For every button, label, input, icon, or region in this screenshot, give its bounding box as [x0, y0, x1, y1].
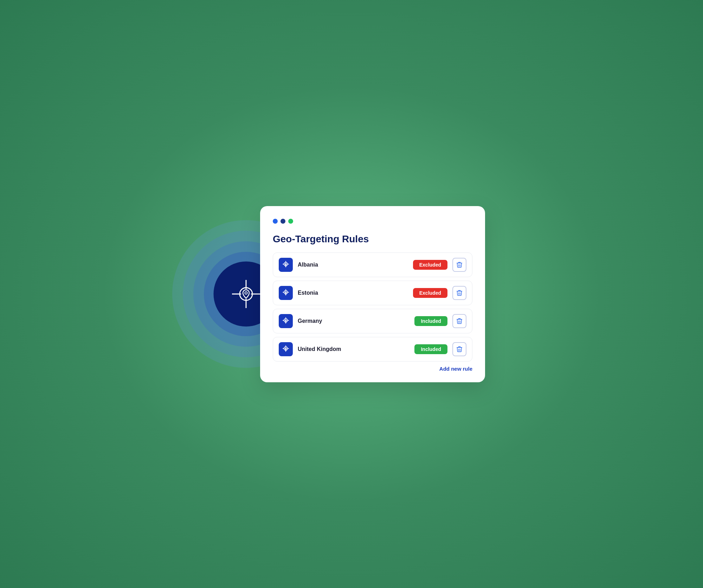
window-controls — [273, 219, 472, 224]
status-badge-estonia: Excluded — [413, 288, 447, 298]
country-icon-germany — [279, 314, 293, 328]
svg-point-5 — [245, 292, 247, 294]
main-card: Geo-Targeting Rules Albania — [260, 206, 485, 382]
country-icon-albania — [279, 258, 293, 272]
dot-green — [288, 219, 293, 224]
country-name-estonia: Estonia — [298, 290, 408, 296]
status-badge-germany: Included — [414, 316, 447, 326]
rule-row: United Kingdom Included — [273, 337, 472, 362]
delete-button-albania[interactable] — [452, 258, 466, 272]
country-name-uk: United Kingdom — [298, 346, 409, 352]
status-badge-albania: Excluded — [413, 260, 447, 270]
country-icon-estonia — [279, 286, 293, 300]
rule-row: Albania Excluded — [273, 253, 472, 277]
crosshair-icon — [232, 280, 260, 308]
rule-row: Germany Included — [273, 309, 472, 333]
country-icon-uk — [279, 342, 293, 356]
page-title: Geo-Targeting Rules — [273, 234, 472, 245]
delete-button-uk[interactable] — [452, 342, 466, 356]
add-rule-container: Add new rule — [273, 366, 472, 372]
scene: Geo-Targeting Rules Albania — [193, 162, 510, 426]
rule-row: Estonia Excluded — [273, 281, 472, 305]
delete-button-germany[interactable] — [452, 314, 466, 328]
dot-blue — [273, 219, 278, 224]
delete-button-estonia[interactable] — [452, 286, 466, 300]
add-rule-link[interactable]: Add new rule — [439, 366, 472, 372]
status-badge-uk: Included — [414, 344, 447, 354]
dot-dark — [280, 219, 285, 224]
country-name-germany: Germany — [298, 318, 409, 324]
rules-list: Albania Excluded — [273, 253, 472, 362]
country-name-albania: Albania — [298, 262, 408, 268]
